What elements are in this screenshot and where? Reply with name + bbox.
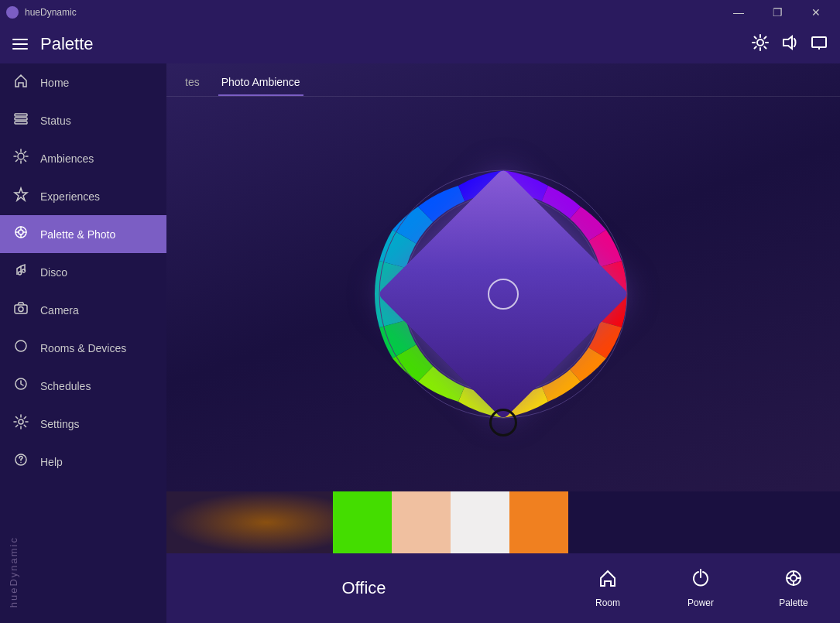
svg-rect-14 (15, 118, 27, 120)
palette-nav-label: Palette (779, 597, 807, 608)
room-nav-icon (598, 568, 618, 593)
color-wheel-area[interactable] (166, 97, 840, 491)
svg-point-27 (20, 462, 21, 463)
room-name: Office (166, 578, 561, 598)
color-swatches-bar (166, 491, 840, 553)
sound-button[interactable] (781, 34, 798, 55)
cast-button[interactable] (811, 34, 828, 55)
sidebar-item-experiences[interactable]: Experiences (0, 177, 166, 215)
swatch-preview (166, 491, 333, 553)
sidebar-label-ambiences: Ambiences (40, 152, 94, 165)
svg-line-6 (764, 46, 766, 48)
status-icon (12, 111, 29, 130)
color-hue-handle[interactable] (489, 409, 517, 436)
palette-nav-button[interactable]: Palette (747, 553, 840, 623)
svg-rect-21 (15, 305, 27, 313)
bottom-nav: Office Room Power Palette (166, 553, 840, 623)
sidebar: Home Status Ambiences Experiences Palett (0, 63, 166, 623)
sidebar-item-status[interactable]: Status (0, 101, 166, 139)
experiences-icon (12, 187, 29, 206)
sidebar-label-experiences: Experiences (40, 190, 100, 203)
help-icon (12, 452, 29, 471)
sidebar-item-rooms[interactable]: Rooms & Devices (0, 329, 166, 367)
sidebar-item-palette[interactable]: Palette & Photo (0, 215, 166, 253)
tab-bar: tes Photo Ambience (166, 63, 840, 97)
svg-point-19 (19, 272, 22, 275)
svg-line-7 (764, 36, 766, 38)
title-bar-left: hueDynamic (6, 6, 77, 19)
sidebar-label-home: Home (40, 77, 69, 89)
svg-point-23 (15, 341, 26, 351)
minimize-button[interactable]: — (721, 0, 756, 25)
close-button[interactable]: ✕ (798, 0, 834, 25)
swatch-orange[interactable] (509, 491, 568, 553)
sidebar-label-rooms: Rooms & Devices (40, 342, 126, 354)
camera-icon (12, 300, 29, 320)
app-icon (6, 6, 19, 19)
swatch-peach[interactable] (392, 491, 451, 553)
svg-point-33 (790, 575, 797, 581)
sidebar-item-disco[interactable]: Disco (0, 253, 166, 291)
svg-point-16 (18, 153, 24, 159)
swatch-list (333, 491, 568, 553)
sidebar-item-schedules[interactable]: Schedules (0, 367, 166, 405)
tab-favorites[interactable]: tes (182, 70, 203, 96)
svg-rect-10 (812, 37, 826, 47)
sidebar-item-settings[interactable]: Settings (0, 405, 166, 443)
svg-line-8 (755, 46, 756, 48)
svg-point-0 (757, 39, 763, 46)
sidebar-item-camera[interactable]: Camera (0, 291, 166, 329)
app-header: Palette (0, 25, 840, 63)
ambiences-icon (12, 149, 29, 168)
settings-icon (12, 414, 29, 433)
swatch-white[interactable] (451, 491, 509, 553)
sidebar-label-help: Help (40, 456, 63, 468)
rooms-icon (12, 338, 29, 358)
sidebar-label-schedules: Schedules (40, 380, 91, 392)
svg-rect-13 (15, 114, 27, 116)
sidebar-label-disco: Disco (40, 266, 67, 279)
svg-line-5 (755, 36, 756, 38)
hamburger-button[interactable] (12, 39, 28, 50)
sidebar-label-status: Status (40, 115, 71, 127)
svg-point-18 (19, 230, 23, 234)
svg-marker-9 (783, 36, 792, 49)
palette-icon (12, 224, 29, 244)
header-actions (752, 34, 828, 55)
disco-icon (12, 262, 29, 282)
sidebar-label-settings: Settings (40, 418, 80, 430)
svg-rect-15 (15, 122, 27, 124)
sidebar-item-help[interactable]: Help (0, 443, 166, 481)
window-controls: — ❐ ✕ (721, 0, 834, 25)
bottom-nav-actions: Room Power Palette (561, 553, 840, 623)
room-nav-label: Room (595, 597, 620, 608)
palette-nav-icon (783, 568, 804, 593)
schedules-icon (12, 376, 29, 395)
svg-point-25 (19, 419, 23, 424)
power-nav-label: Power (687, 597, 714, 608)
maximize-button[interactable]: ❐ (759, 0, 795, 25)
tab-photo[interactable]: Photo Ambience (218, 70, 303, 96)
brightness-button[interactable] (752, 34, 769, 55)
app-title: hueDynamic (25, 7, 77, 18)
sidebar-label-camera: Camera (40, 304, 79, 317)
page-title: Palette (40, 34, 752, 54)
brand-text: hueDynamic (8, 536, 19, 608)
sidebar-item-ambiences[interactable]: Ambiences (0, 139, 166, 177)
room-button[interactable]: Room (561, 553, 654, 623)
svg-point-22 (19, 307, 23, 312)
sidebar-scroll: Home Status Ambiences Experiences Palett (0, 63, 166, 499)
home-icon (12, 73, 29, 92)
color-wheel[interactable] (341, 132, 666, 457)
swatch-green[interactable] (333, 491, 392, 553)
power-nav-icon (691, 568, 711, 593)
sidebar-label-palette: Palette & Photo (40, 228, 115, 241)
power-button[interactable]: Power (654, 553, 747, 623)
sidebar-item-home[interactable]: Home (0, 63, 166, 101)
main-content: tes Photo Ambience (166, 63, 840, 623)
color-selector-center (488, 279, 519, 310)
title-bar: hueDynamic — ❐ ✕ (0, 0, 840, 25)
sidebar-brand: hueDynamic (0, 499, 166, 623)
